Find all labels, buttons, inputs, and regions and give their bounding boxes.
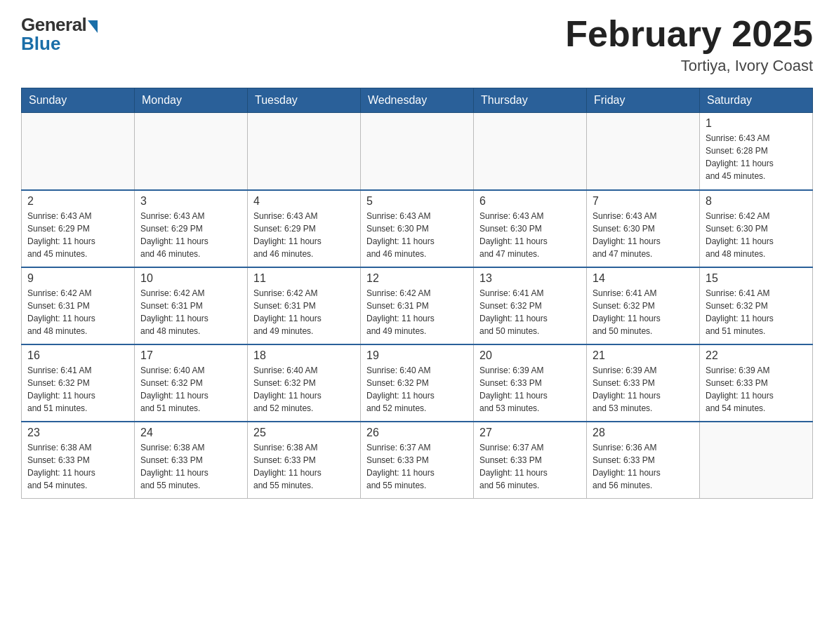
day-info: Sunrise: 6:40 AM Sunset: 6:32 PM Dayligh… xyxy=(253,364,355,415)
calendar-cell xyxy=(700,422,813,499)
logo-arrow-icon xyxy=(88,20,98,33)
day-info: Sunrise: 6:41 AM Sunset: 6:32 PM Dayligh… xyxy=(593,287,694,337)
calendar-week-row: 2Sunrise: 6:43 AM Sunset: 6:29 PM Daylig… xyxy=(22,190,813,267)
calendar-table: SundayMondayTuesdayWednesdayThursdayFrid… xyxy=(21,88,813,499)
calendar-cell: 21Sunrise: 6:39 AM Sunset: 6:33 PM Dayli… xyxy=(587,344,700,422)
day-number: 6 xyxy=(479,195,581,208)
day-number: 15 xyxy=(706,272,807,285)
day-number: 2 xyxy=(27,195,128,208)
day-number: 7 xyxy=(593,195,694,208)
calendar-cell: 24Sunrise: 6:38 AM Sunset: 6:33 PM Dayli… xyxy=(135,422,248,499)
calendar-cell: 11Sunrise: 6:42 AM Sunset: 6:31 PM Dayli… xyxy=(248,267,361,344)
day-info: Sunrise: 6:40 AM Sunset: 6:32 PM Dayligh… xyxy=(140,364,241,415)
day-info: Sunrise: 6:43 AM Sunset: 6:30 PM Dayligh… xyxy=(366,210,468,260)
calendar-week-row: 1Sunrise: 6:43 AM Sunset: 6:28 PM Daylig… xyxy=(22,113,813,190)
calendar-cell: 10Sunrise: 6:42 AM Sunset: 6:31 PM Dayli… xyxy=(135,267,248,344)
calendar-cell: 16Sunrise: 6:41 AM Sunset: 6:32 PM Dayli… xyxy=(22,344,135,422)
calendar-cell: 26Sunrise: 6:37 AM Sunset: 6:33 PM Dayli… xyxy=(361,422,474,499)
calendar-cell: 25Sunrise: 6:38 AM Sunset: 6:33 PM Dayli… xyxy=(248,422,361,499)
weekday-header-saturday: Saturday xyxy=(700,88,813,113)
day-info: Sunrise: 6:42 AM Sunset: 6:31 PM Dayligh… xyxy=(27,287,128,337)
calendar-cell: 22Sunrise: 6:39 AM Sunset: 6:33 PM Dayli… xyxy=(700,344,813,422)
logo-blue-text: Blue xyxy=(21,33,60,55)
calendar-cell xyxy=(22,113,135,190)
day-number: 24 xyxy=(140,427,241,439)
calendar-cell: 1Sunrise: 6:43 AM Sunset: 6:28 PM Daylig… xyxy=(700,113,813,190)
day-number: 12 xyxy=(366,272,468,285)
day-info: Sunrise: 6:38 AM Sunset: 6:33 PM Dayligh… xyxy=(253,441,355,492)
day-info: Sunrise: 6:43 AM Sunset: 6:28 PM Dayligh… xyxy=(706,132,807,182)
calendar-cell: 3Sunrise: 6:43 AM Sunset: 6:29 PM Daylig… xyxy=(135,190,248,267)
title-section: February 2025 Tortiya, Ivory Coast xyxy=(565,14,813,75)
day-info: Sunrise: 6:41 AM Sunset: 6:32 PM Dayligh… xyxy=(479,287,581,337)
day-number: 18 xyxy=(253,349,355,362)
day-number: 9 xyxy=(27,272,128,285)
calendar-week-row: 16Sunrise: 6:41 AM Sunset: 6:32 PM Dayli… xyxy=(22,344,813,422)
calendar-cell: 13Sunrise: 6:41 AM Sunset: 6:32 PM Dayli… xyxy=(474,267,587,344)
weekday-header-monday: Monday xyxy=(135,88,248,113)
day-info: Sunrise: 6:38 AM Sunset: 6:33 PM Dayligh… xyxy=(140,441,241,492)
day-info: Sunrise: 6:43 AM Sunset: 6:30 PM Dayligh… xyxy=(593,210,694,260)
day-info: Sunrise: 6:39 AM Sunset: 6:33 PM Dayligh… xyxy=(479,364,581,415)
weekday-header-sunday: Sunday xyxy=(22,88,135,113)
weekday-header-wednesday: Wednesday xyxy=(361,88,474,113)
calendar-cell xyxy=(474,113,587,190)
day-info: Sunrise: 6:43 AM Sunset: 6:29 PM Dayligh… xyxy=(27,210,128,260)
day-number: 21 xyxy=(593,349,694,362)
day-info: Sunrise: 6:39 AM Sunset: 6:33 PM Dayligh… xyxy=(706,364,807,415)
day-number: 14 xyxy=(593,272,694,285)
day-info: Sunrise: 6:39 AM Sunset: 6:33 PM Dayligh… xyxy=(593,364,694,415)
weekday-header-tuesday: Tuesday xyxy=(248,88,361,113)
day-number: 26 xyxy=(366,427,468,439)
calendar-cell: 7Sunrise: 6:43 AM Sunset: 6:30 PM Daylig… xyxy=(587,190,700,267)
day-number: 3 xyxy=(140,195,241,208)
weekday-header-row: SundayMondayTuesdayWednesdayThursdayFrid… xyxy=(22,88,813,113)
day-info: Sunrise: 6:37 AM Sunset: 6:33 PM Dayligh… xyxy=(366,441,468,492)
day-info: Sunrise: 6:43 AM Sunset: 6:30 PM Dayligh… xyxy=(479,210,581,260)
day-info: Sunrise: 6:41 AM Sunset: 6:32 PM Dayligh… xyxy=(27,364,128,415)
day-number: 10 xyxy=(140,272,241,285)
day-number: 27 xyxy=(479,427,581,439)
day-info: Sunrise: 6:42 AM Sunset: 6:31 PM Dayligh… xyxy=(253,287,355,337)
day-number: 8 xyxy=(706,195,807,208)
location-label: Tortiya, Ivory Coast xyxy=(565,57,813,75)
weekday-header-thursday: Thursday xyxy=(474,88,587,113)
calendar-cell: 8Sunrise: 6:42 AM Sunset: 6:30 PM Daylig… xyxy=(700,190,813,267)
day-info: Sunrise: 6:42 AM Sunset: 6:31 PM Dayligh… xyxy=(140,287,241,337)
day-number: 4 xyxy=(253,195,355,208)
day-number: 11 xyxy=(253,272,355,285)
logo: General Blue xyxy=(21,14,98,55)
calendar-cell: 18Sunrise: 6:40 AM Sunset: 6:32 PM Dayli… xyxy=(248,344,361,422)
calendar-cell: 17Sunrise: 6:40 AM Sunset: 6:32 PM Dayli… xyxy=(135,344,248,422)
calendar-cell: 19Sunrise: 6:40 AM Sunset: 6:32 PM Dayli… xyxy=(361,344,474,422)
calendar-cell xyxy=(361,113,474,190)
calendar-cell xyxy=(587,113,700,190)
day-info: Sunrise: 6:38 AM Sunset: 6:33 PM Dayligh… xyxy=(27,441,128,492)
calendar-cell: 5Sunrise: 6:43 AM Sunset: 6:30 PM Daylig… xyxy=(361,190,474,267)
calendar-cell xyxy=(135,113,248,190)
day-info: Sunrise: 6:43 AM Sunset: 6:29 PM Dayligh… xyxy=(140,210,241,260)
calendar-week-row: 23Sunrise: 6:38 AM Sunset: 6:33 PM Dayli… xyxy=(22,422,813,499)
day-number: 20 xyxy=(479,349,581,362)
calendar-cell: 4Sunrise: 6:43 AM Sunset: 6:29 PM Daylig… xyxy=(248,190,361,267)
day-number: 16 xyxy=(27,349,128,362)
weekday-header-friday: Friday xyxy=(587,88,700,113)
day-number: 22 xyxy=(706,349,807,362)
day-number: 23 xyxy=(27,427,128,439)
calendar-cell: 27Sunrise: 6:37 AM Sunset: 6:33 PM Dayli… xyxy=(474,422,587,499)
calendar-cell: 12Sunrise: 6:42 AM Sunset: 6:31 PM Dayli… xyxy=(361,267,474,344)
day-info: Sunrise: 6:41 AM Sunset: 6:32 PM Dayligh… xyxy=(706,287,807,337)
day-number: 25 xyxy=(253,427,355,439)
calendar-cell: 2Sunrise: 6:43 AM Sunset: 6:29 PM Daylig… xyxy=(22,190,135,267)
calendar-cell xyxy=(248,113,361,190)
day-info: Sunrise: 6:40 AM Sunset: 6:32 PM Dayligh… xyxy=(366,364,468,415)
page-header: General Blue February 2025 Tortiya, Ivor… xyxy=(21,14,813,75)
calendar-cell: 9Sunrise: 6:42 AM Sunset: 6:31 PM Daylig… xyxy=(22,267,135,344)
day-number: 5 xyxy=(366,195,468,208)
day-number: 13 xyxy=(479,272,581,285)
calendar-week-row: 9Sunrise: 6:42 AM Sunset: 6:31 PM Daylig… xyxy=(22,267,813,344)
day-number: 19 xyxy=(366,349,468,362)
day-number: 28 xyxy=(593,427,694,439)
calendar-cell: 6Sunrise: 6:43 AM Sunset: 6:30 PM Daylig… xyxy=(474,190,587,267)
day-info: Sunrise: 6:37 AM Sunset: 6:33 PM Dayligh… xyxy=(479,441,581,492)
